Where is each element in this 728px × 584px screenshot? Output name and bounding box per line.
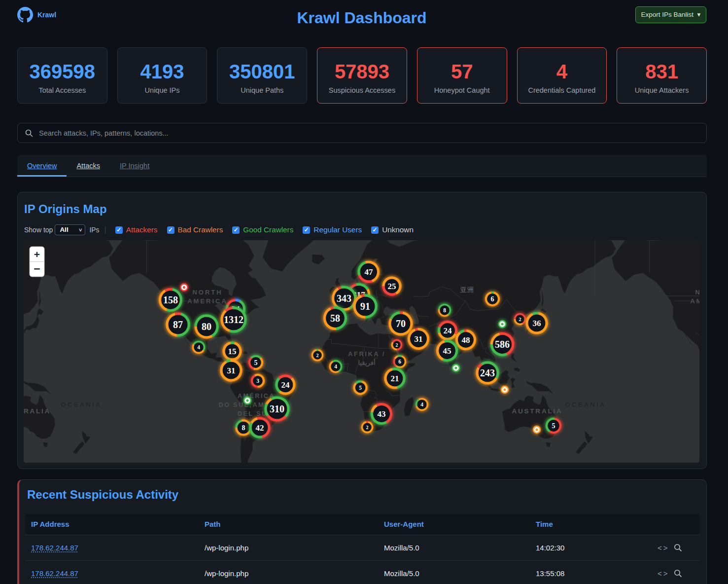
svg-text:2: 2 — [519, 317, 521, 322]
svg-text:AMERICA: AMERICA — [187, 297, 228, 305]
svg-text:243: 243 — [480, 367, 495, 378]
svg-text:31: 31 — [227, 366, 236, 375]
svg-text:310: 310 — [270, 403, 284, 414]
svg-text:AUSTRALIA: AUSTRALIA — [512, 407, 562, 415]
svg-text:OCEANIA: OCEANIA — [565, 401, 606, 408]
svg-text:AFRIKA /: AFRIKA / — [348, 350, 385, 358]
svg-text:158: 158 — [163, 294, 178, 305]
svg-text:8: 8 — [443, 307, 446, 313]
svg-text:47: 47 — [365, 267, 374, 277]
svg-text:58: 58 — [330, 313, 340, 324]
svg-text:43: 43 — [378, 409, 386, 419]
svg-text:OCEANIA: OCEANIA — [61, 401, 102, 408]
svg-text:70: 70 — [396, 318, 406, 329]
svg-text:25: 25 — [388, 282, 396, 291]
svg-text:87: 87 — [173, 319, 183, 330]
svg-text:−: − — [34, 262, 40, 275]
svg-text:24: 24 — [444, 326, 452, 335]
svg-text:8: 8 — [242, 424, 245, 432]
svg-text:6: 6 — [398, 359, 401, 365]
svg-text:TRALIA: TRALIA — [24, 407, 51, 415]
svg-text:48: 48 — [462, 335, 470, 345]
svg-text:2: 2 — [316, 353, 319, 358]
svg-text:4: 4 — [334, 364, 337, 369]
svg-text:343: 343 — [337, 293, 351, 304]
svg-text:أفريقيا: أفريقيا — [358, 358, 375, 367]
svg-text:15: 15 — [228, 347, 237, 356]
svg-text:31: 31 — [415, 334, 423, 344]
svg-text:1312: 1312 — [224, 314, 243, 325]
svg-text:3: 3 — [256, 378, 259, 384]
svg-text:2: 2 — [366, 425, 369, 430]
svg-text:24: 24 — [281, 380, 290, 390]
svg-text:2: 2 — [396, 342, 398, 348]
svg-text:36: 36 — [533, 319, 541, 328]
svg-text:45: 45 — [443, 346, 451, 356]
svg-text:亚洲: 亚洲 — [460, 286, 474, 293]
svg-text:5: 5 — [254, 359, 258, 366]
svg-text:586: 586 — [495, 339, 510, 350]
svg-text:42: 42 — [256, 423, 264, 433]
svg-text:AMERICA: AMERICA — [690, 297, 699, 305]
svg-text:80: 80 — [202, 321, 211, 332]
svg-text:+: + — [34, 249, 40, 260]
svg-text:5: 5 — [552, 422, 555, 430]
svg-text:NORTH: NORTH — [192, 289, 222, 296]
svg-text:5: 5 — [359, 385, 362, 391]
svg-text:21: 21 — [391, 374, 399, 383]
svg-text:4: 4 — [420, 402, 423, 407]
svg-text:91: 91 — [360, 301, 370, 312]
svg-text:NORTH: NORTH — [695, 289, 699, 296]
svg-text:6: 6 — [491, 295, 494, 303]
svg-text:4: 4 — [197, 344, 200, 350]
